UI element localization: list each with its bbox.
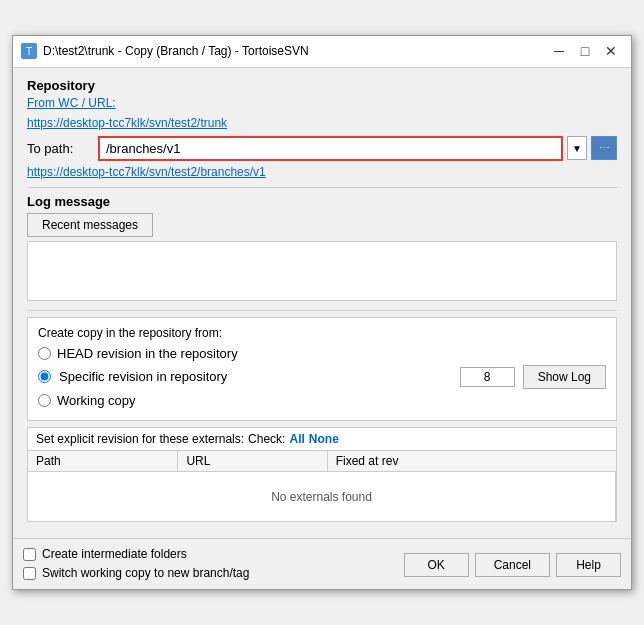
dialog-content: Repository From WC / URL: https://deskto… <box>13 68 631 539</box>
no-externals-text: No externals found <box>28 471 616 521</box>
externals-check-label: Check: <box>248 432 285 446</box>
bottom-checkboxes: Create intermediate folders Switch worki… <box>23 547 249 583</box>
app-icon: T <box>21 43 37 59</box>
switch-working-copy-row: Switch working copy to new branch/tag <box>23 566 249 580</box>
to-path-label: To path: <box>27 141 92 156</box>
combo-dropdown-button[interactable]: ▼ <box>567 136 587 160</box>
head-revision-radio[interactable] <box>38 347 51 360</box>
close-button[interactable]: ✕ <box>599 40 623 62</box>
log-message-section: Log message Recent messages <box>27 194 617 304</box>
switch-working-copy-label: Switch working copy to new branch/tag <box>42 566 249 580</box>
show-log-button[interactable]: Show Log <box>523 365 606 389</box>
col-fixed: Fixed at rev <box>327 451 615 472</box>
log-textarea[interactable] <box>27 241 617 301</box>
recent-messages-button[interactable]: Recent messages <box>27 213 153 237</box>
divider-1 <box>27 187 617 188</box>
dest-url-value: https://desktop-tcc7klk/svn/test2/branch… <box>27 165 617 179</box>
head-revision-row: HEAD revision in the repository <box>38 346 606 361</box>
revision-input[interactable] <box>460 367 515 387</box>
externals-header: Set explicit revision for these external… <box>28 428 616 451</box>
specific-revision-label: Specific revision in repository <box>59 369 452 384</box>
working-copy-row: Working copy <box>38 393 606 408</box>
maximize-button[interactable]: □ <box>573 40 597 62</box>
intermediate-folders-checkbox[interactable] <box>23 548 36 561</box>
specific-revision-row: Specific revision in repository Show Log <box>38 365 606 389</box>
repository-label: Repository <box>27 78 617 93</box>
copy-section-title: Create copy in the repository from: <box>38 326 606 340</box>
window-title: D:\test2\trunk - Copy (Branch / Tag) - T… <box>43 44 309 58</box>
to-path-input[interactable] <box>98 136 563 161</box>
browse-button[interactable]: ⋯ <box>591 136 617 160</box>
externals-title: Set explicit revision for these external… <box>36 432 244 446</box>
titlebar: T D:\test2\trunk - Copy (Branch / Tag) -… <box>13 36 631 68</box>
working-copy-label: Working copy <box>57 393 136 408</box>
intermediate-folders-row: Create intermediate folders <box>23 547 249 561</box>
repository-section: Repository From WC / URL: https://deskto… <box>27 78 617 179</box>
working-copy-radio[interactable] <box>38 394 51 407</box>
externals-none-link[interactable]: None <box>309 432 339 446</box>
to-path-row: To path: ▼ ⋯ <box>27 136 617 161</box>
divider-2 <box>27 310 617 311</box>
main-window: T D:\test2\trunk - Copy (Branch / Tag) -… <box>12 35 632 591</box>
titlebar-left: T D:\test2\trunk - Copy (Branch / Tag) -… <box>21 43 309 59</box>
externals-all-link[interactable]: All <box>289 432 304 446</box>
titlebar-controls: ─ □ ✕ <box>547 40 623 62</box>
bottom-buttons: OK Cancel Help <box>404 553 621 577</box>
col-url: URL <box>178 451 327 472</box>
head-revision-label: HEAD revision in the repository <box>57 346 238 361</box>
from-url-label: From WC / URL: <box>27 96 617 110</box>
ok-button[interactable]: OK <box>404 553 469 577</box>
intermediate-folders-label: Create intermediate folders <box>42 547 187 561</box>
minimize-button[interactable]: ─ <box>547 40 571 62</box>
specific-revision-radio[interactable] <box>38 370 51 383</box>
cancel-button[interactable]: Cancel <box>475 553 550 577</box>
help-button[interactable]: Help <box>556 553 621 577</box>
externals-section: Set explicit revision for these external… <box>27 427 617 523</box>
col-path: Path <box>28 451 178 472</box>
log-message-label: Log message <box>27 194 617 209</box>
no-externals-row: No externals found <box>28 471 616 521</box>
copy-section: Create copy in the repository from: HEAD… <box>27 317 617 421</box>
to-path-input-wrapper: ▼ ⋯ <box>98 136 617 161</box>
from-url-value: https://desktop-tcc7klk/svn/test2/trunk <box>27 116 617 130</box>
switch-working-copy-checkbox[interactable] <box>23 567 36 580</box>
bottom-bar: Create intermediate folders Switch worki… <box>13 538 631 589</box>
externals-table: Path URL Fixed at rev No externals found <box>28 451 616 522</box>
